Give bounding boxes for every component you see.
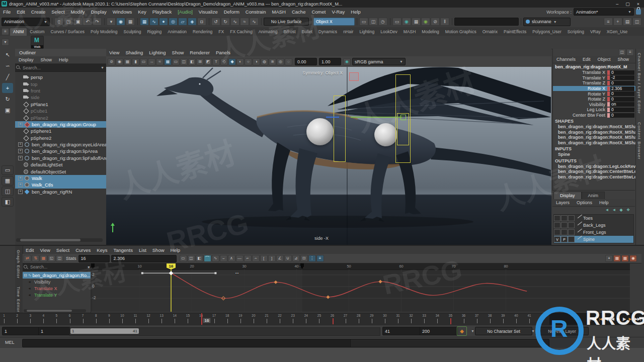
- range-slider-bar[interactable]: 1 41: [70, 328, 139, 334]
- panel-tab-graph-editor[interactable]: Graph Editor: [15, 246, 22, 283]
- dock-tab-channel-box-layer-editor[interactable]: Channel Box / Layer Editor: [636, 49, 642, 118]
- frame-tick[interactable]: [437, 319, 438, 323]
- shelf-tab-bifrost[interactable]: Bifrost: [280, 28, 298, 36]
- rig-control-box-front[interactable]: [334, 96, 346, 162]
- outliner-item-pcube1[interactable]: pCube1: [15, 108, 106, 114]
- frame-tick[interactable]: [385, 319, 385, 323]
- ambient-occlusion-icon[interactable]: ◍: [261, 58, 268, 65]
- frame-playback-range-icon[interactable]: ◫: [188, 255, 195, 262]
- frame-selected-icon[interactable]: ▭: [359, 18, 368, 26]
- command-input[interactable]: [22, 339, 351, 347]
- workspace-panes-icon[interactable]: ◫: [632, 18, 641, 26]
- graph-menu-edit[interactable]: Edit: [23, 247, 37, 253]
- oversampling-icon[interactable]: ≈: [156, 58, 164, 65]
- go-to-end-button[interactable]: ▶▶|: [633, 317, 642, 321]
- retime-tool-icon[interactable]: ◫: [56, 255, 63, 262]
- channel-box-menu-channels[interactable]: Channels: [553, 56, 579, 63]
- graph-menu-view[interactable]: View: [37, 247, 53, 253]
- outliner-item-side[interactable]: side: [15, 94, 106, 101]
- frame-tick[interactable]: [516, 319, 517, 323]
- menu-display[interactable]: Display: [88, 9, 110, 15]
- outliner-hscrollbar[interactable]: [16, 238, 103, 242]
- auto-tangent-icon[interactable]: ⌒: [204, 255, 211, 262]
- gamma-field[interactable]: 1.00: [319, 58, 341, 65]
- expand-icon[interactable]: +: [18, 176, 23, 180]
- menu-key[interactable]: Key: [135, 9, 149, 15]
- frame-tick[interactable]: [240, 319, 241, 323]
- layer-visibility-toggle[interactable]: V: [554, 236, 560, 242]
- frame-tick[interactable]: [56, 319, 57, 323]
- output-connections-icon[interactable]: ≈: [240, 18, 249, 26]
- chevron-down-icon[interactable]: ▼: [471, 329, 474, 333]
- redo-icon[interactable]: ↷: [93, 18, 102, 26]
- layer-menu-options[interactable]: Options: [573, 199, 596, 206]
- lock-workspace-icon[interactable]: [636, 9, 641, 15]
- viewport-menu-show[interactable]: Show: [169, 50, 187, 55]
- frame-tick[interactable]: [319, 319, 319, 323]
- layer-tab-display[interactable]: Display: [553, 192, 582, 199]
- shelf-overflow-icon[interactable]: ▾: [2, 39, 9, 46]
- play-forwards-button[interactable]: ▶: [615, 317, 621, 321]
- construction-history-off-icon[interactable]: ↻: [221, 18, 230, 26]
- frame-tick[interactable]: [122, 319, 123, 323]
- dragon-model[interactable]: [106, 67, 551, 245]
- outliner-item-ben-dragon-rig-dragon-group[interactable]: +ben_dragon_rig:dragon:Group: [15, 121, 106, 128]
- view-transform-selector[interactable]: sRGB gamma▼: [352, 58, 406, 65]
- channel-box-menu-show[interactable]: Show: [614, 56, 633, 63]
- color-management-icon[interactable]: ◉: [343, 58, 351, 65]
- channel-value-field[interactable]: 0: [610, 97, 634, 102]
- shelf-tab-bullet[interactable]: Bullet: [299, 28, 315, 36]
- snap-to-grid-icon[interactable]: ▦: [140, 18, 149, 26]
- outliner-item-walk[interactable]: +Walk: [15, 175, 106, 182]
- render-settings-icon[interactable]: ▦: [412, 18, 421, 26]
- anim-start-field[interactable]: 1: [38, 327, 70, 335]
- sort-icon[interactable]: ≡: [604, 18, 613, 26]
- layer-menu-layers[interactable]: Layers: [552, 199, 573, 206]
- select-camera-icon[interactable]: ⊘: [108, 58, 115, 65]
- shelf-tab-nhair[interactable]: nHair: [340, 28, 356, 36]
- outliner-item-ben-dragon-rig-dragon-eyelidarea[interactable]: +ben_dragon_rig:dragon:eyeLidArea: [15, 141, 106, 148]
- menu-set-selector[interactable]: Animation▼: [2, 18, 50, 26]
- outliner-item-top[interactable]: top: [15, 80, 106, 87]
- insert-keys-icon[interactable]: ⇅: [32, 255, 39, 262]
- shelf-tab-modeling[interactable]: Modeling: [419, 28, 442, 36]
- move-tool-icon[interactable]: +: [2, 83, 13, 93]
- snap-to-projected-center-icon[interactable]: ◎: [169, 18, 178, 26]
- region-select-icon[interactable]: ◱: [48, 255, 55, 262]
- rig-control-sphere-back[interactable]: [374, 123, 397, 146]
- pan-zoom-tool-icon[interactable]: +: [605, 255, 613, 262]
- live-surface-field[interactable]: No Live Surface: [264, 18, 309, 26]
- graph-channel-translate-y[interactable]: ◄Translate Y: [23, 292, 91, 298]
- layer-color-swatch[interactable]: [568, 236, 575, 242]
- frame-tick[interactable]: [254, 319, 254, 323]
- frame-tick[interactable]: [162, 319, 162, 323]
- snap-to-curve-icon[interactable]: ∿: [149, 18, 158, 26]
- step-back-frame-button[interactable]: ◀|: [604, 317, 610, 321]
- frame-tick[interactable]: [490, 319, 491, 323]
- channel-box-menu-object[interactable]: Object: [594, 56, 614, 63]
- film-gate-icon[interactable]: ▭: [172, 58, 180, 65]
- shelf-tab-rigging[interactable]: Rigging: [144, 28, 165, 36]
- keyframe-56[interactable]: [378, 280, 382, 284]
- frame-tick[interactable]: [477, 319, 477, 323]
- stats-frame-field[interactable]: 16: [78, 255, 110, 262]
- pause-viewport-icon[interactable]: ‖: [440, 18, 449, 26]
- shelf-tab-curves-surfaces[interactable]: Curves / Surfaces: [48, 28, 88, 36]
- frame-tick[interactable]: [4, 319, 5, 323]
- shaded-mode-icon[interactable]: ◆: [228, 58, 236, 65]
- channel-object-name[interactable]: ben_dragon_rig:dragon:RootX_M: [553, 63, 635, 70]
- channel-box-menu-edit[interactable]: Edit: [579, 56, 594, 63]
- paint-selection-tool-icon[interactable]: ╱: [2, 72, 13, 82]
- menu-cache[interactable]: Cache: [289, 9, 308, 15]
- lock-tangent-weight-icon[interactable]: ⊡: [300, 255, 308, 262]
- chevron-down-icon[interactable]: ▼: [531, 329, 535, 333]
- range-end-handle[interactable]: 41: [133, 329, 137, 333]
- frame-tick[interactable]: [83, 319, 84, 323]
- viewport-menu-panels[interactable]: Panels: [213, 50, 233, 55]
- channel-leg-lock[interactable]: Leg Lock0: [553, 107, 635, 113]
- anim-end-field[interactable]: 200: [420, 327, 458, 335]
- unify-tangents-icon[interactable]: ∪: [284, 255, 292, 262]
- grid-toggle-icon[interactable]: ▦: [164, 58, 172, 65]
- expand-icon[interactable]: +: [18, 190, 23, 194]
- frame-tick[interactable]: [135, 319, 136, 323]
